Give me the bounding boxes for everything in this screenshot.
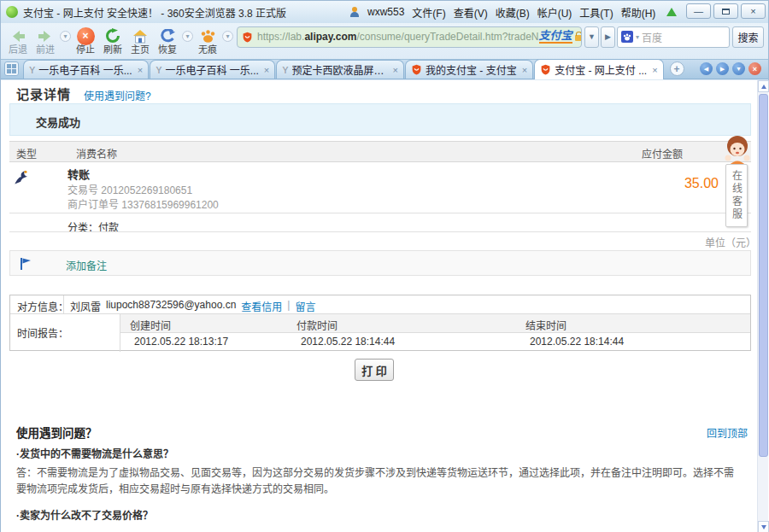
add-note-row[interactable]: 添加备注 (9, 250, 751, 276)
back-to-top-link[interactable]: 回到顶部 (707, 425, 748, 440)
tab-list-icon[interactable] (4, 61, 19, 76)
site-identity[interactable]: 支付宝 (539, 30, 582, 44)
status-banner: 交易成功 (9, 103, 751, 136)
scroll-tabs-right-icon[interactable]: ▶ (716, 62, 729, 75)
counterparty-email: liupoch88732596@yahoo.cn (106, 299, 236, 313)
faq-answer-1: 答：不需要物流是为了虚拟物品交易、见面交易等，因为这部分交易的发货步骤不涉及到快… (16, 465, 739, 498)
address-bar[interactable]: https://lab.alipay.com/consume/queryTrad… (237, 26, 582, 48)
ssl-lock-icon (575, 35, 582, 41)
menu-account[interactable]: 帐户(U) (537, 5, 572, 20)
view-credit-link[interactable]: 查看信用 (241, 299, 282, 313)
yile-favicon: Y (29, 65, 35, 75)
faq-title: 使用遇到问题？ (16, 424, 97, 441)
alipay-shield-icon (242, 32, 253, 43)
tab-close-icon[interactable]: × (391, 65, 398, 75)
counterparty-name: 刘凤雷 (70, 299, 101, 313)
yile-favicon: Y (282, 65, 288, 75)
skin-theme-icon[interactable] (666, 8, 677, 16)
trade-number: 交易号 2012052269180651 (68, 182, 192, 196)
created-time-value: 2012.05.22 18:13:17 (134, 336, 228, 348)
help-link-top[interactable]: 使用遇到问题? (84, 88, 151, 102)
alipay-logo: 支付宝 (539, 30, 572, 44)
tab-close-icon[interactable]: × (650, 65, 657, 75)
new-tab-button[interactable]: + (670, 61, 684, 76)
menu-tools[interactable]: 工具(T) (579, 5, 613, 20)
url-dropdown-button[interactable]: ▼ (584, 26, 599, 48)
unit-text: 单位（元） (705, 235, 756, 249)
browser-logo-icon (6, 6, 18, 18)
tab-close-icon[interactable]: × (262, 65, 269, 75)
forward-button[interactable]: 前进 (32, 24, 59, 58)
browser-window: 支付宝 - 网上支付 安全快速！ - 360安全浏览器 3.8 正式版 wxw5… (0, 0, 769, 532)
online-service-tab[interactable]: 在线客服 (725, 164, 748, 227)
page-title: 记录详情 (16, 85, 71, 102)
refresh-button[interactable]: 刷新 (99, 24, 126, 58)
restore-icon (722, 9, 730, 15)
add-note-link[interactable]: 添加备注 (66, 258, 107, 272)
close-tab-icon[interactable]: × (748, 62, 761, 75)
vertical-scrollbar[interactable] (757, 80, 768, 532)
table-line (10, 313, 750, 314)
flag-icon (19, 257, 32, 271)
end-time-value: 2012.05.22 18:14:44 (530, 336, 624, 348)
time-header-bg (120, 314, 750, 332)
tab-menu-icon[interactable]: ▼ (732, 62, 745, 75)
scroll-up-icon[interactable] (758, 80, 769, 92)
stop-button[interactable]: × 停止 (72, 24, 99, 58)
stop-icon: × (77, 27, 95, 44)
restore-session-icon (160, 27, 175, 44)
tab-casio[interactable]: Y 预定卡西欧液晶屏和... × (276, 60, 404, 79)
history-dropdown-icon[interactable]: ▾ (60, 31, 71, 42)
go-button[interactable]: ▶ (601, 26, 615, 48)
window-title: 支付宝 - 网上支付 安全快速！ - 360安全浏览器 3.8 正式版 (23, 5, 286, 20)
scrollbar-thumb[interactable] (759, 94, 768, 457)
minimize-button[interactable]: — (686, 3, 711, 19)
search-button[interactable]: 搜索 (732, 26, 764, 48)
leave-message-link[interactable]: 留言 (295, 299, 315, 313)
search-input[interactable]: 百度 (642, 30, 662, 44)
tab-bar: Y 一乐电子百科 一乐... × Y 一乐电子百科 一乐... × Y 预定卡西… (1, 59, 768, 79)
tab-yile-2[interactable]: Y 一乐电子百科 一乐... × (150, 60, 275, 79)
close-button[interactable]: × (741, 3, 766, 19)
row-divider (9, 213, 751, 213)
search-engine-icon[interactable] (621, 31, 633, 43)
col-type: 类型 (16, 146, 37, 161)
window-controls: — × (686, 3, 766, 19)
scroll-tabs-left-icon[interactable]: ◀ (700, 62, 713, 75)
navigation-toolbar: 后退 前进 ▾ × 停止 刷新 主页 恢复 ▾ 无痕 ▾ (1, 23, 768, 59)
time-report-label: 时间报告： (17, 325, 68, 340)
page-content: 记录详情 使用遇到问题? 交易成功 类型 消费名称 应付金额 转账 交易号 20… (1, 80, 769, 532)
tab-alipay-payment-active[interactable]: 支付宝 - 网上支付 ... × (534, 59, 663, 79)
incognito-dropdown-icon[interactable]: ▾ (222, 31, 233, 42)
print-button[interactable]: 打 印 (355, 359, 394, 381)
restore-session-button[interactable]: 恢复 (154, 24, 181, 58)
menu-file[interactable]: 文件(F) (412, 5, 445, 20)
table-header: 类型 消费名称 应付金额 (9, 141, 751, 162)
search-box[interactable]: ▾ 百度 (617, 26, 730, 48)
tab-my-alipay[interactable]: 我的支付宝 - 支付宝 × (405, 60, 533, 79)
link-divider: | (287, 299, 290, 313)
logged-in-user[interactable]: wxw553 (367, 6, 404, 18)
menu-favorites[interactable]: 收藏(B) (496, 5, 530, 20)
restore-button[interactable] (713, 3, 738, 19)
restore-dropdown-icon[interactable]: ▾ (182, 31, 193, 42)
user-icon (349, 7, 360, 17)
paid-time-value: 2012.05.22 18:14:44 (301, 336, 395, 348)
home-button[interactable]: 主页 (126, 24, 154, 58)
online-service-label: 在线客服 (730, 170, 744, 221)
tab-close-icon[interactable]: × (520, 65, 527, 75)
home-icon (132, 27, 148, 44)
incognito-button[interactable]: 无痕 (194, 24, 221, 58)
tab-close-icon[interactable]: × (136, 65, 143, 75)
end-time-header: 结束时间 (525, 318, 566, 332)
tab-yile-1[interactable]: Y 一乐电子百科 一乐... × (23, 60, 149, 79)
yile-favicon: Y (156, 65, 161, 75)
col-name: 消费名称 (76, 146, 117, 161)
scroll-down-icon[interactable] (758, 521, 769, 532)
faq-question-2: ·卖家为什么改不了交易价格？ (16, 507, 153, 522)
back-button[interactable]: 后退 (4, 24, 32, 58)
menu-view[interactable]: 查看(V) (454, 5, 488, 20)
search-engine-dropdown-icon[interactable]: ▾ (636, 33, 639, 41)
paid-time-header: 付款时间 (296, 318, 338, 332)
menu-help[interactable]: 帮助(H) (621, 5, 656, 20)
